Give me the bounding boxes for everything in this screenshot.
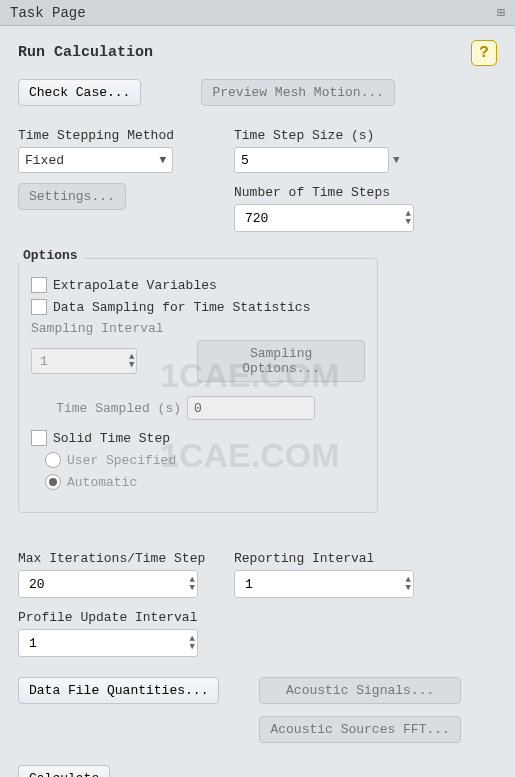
spinner-arrows-icon[interactable]: ▲▼ bbox=[406, 576, 411, 592]
profile-update-interval-input[interactable] bbox=[27, 635, 190, 652]
checkbox-icon bbox=[31, 299, 47, 315]
reporting-interval-spinner[interactable]: ▲▼ bbox=[234, 570, 414, 598]
automatic-radio: Automatic bbox=[45, 474, 365, 490]
time-stepping-method-label: Time Stepping Method bbox=[18, 128, 208, 143]
chevron-down-icon[interactable]: ▼ bbox=[393, 154, 400, 166]
number-of-time-steps-label: Number of Time Steps bbox=[234, 185, 444, 200]
spinner-arrows-icon[interactable]: ▲▼ bbox=[190, 576, 195, 592]
solid-time-step-checkbox[interactable]: Solid Time Step bbox=[31, 430, 365, 446]
time-step-size-label: Time Step Size (s) bbox=[234, 128, 444, 143]
time-sampled-label: Time Sampled (s) bbox=[31, 401, 181, 416]
checkbox-icon bbox=[31, 277, 47, 293]
acoustic-sources-fft-button: Acoustic Sources FFT... bbox=[259, 716, 460, 743]
spinner-arrows-icon: ▲▼ bbox=[129, 353, 134, 369]
user-specified-radio: User Specified bbox=[45, 452, 365, 468]
number-of-time-steps-input[interactable] bbox=[243, 210, 406, 227]
calculate-button[interactable]: Calculate bbox=[18, 765, 110, 777]
profile-update-interval-label: Profile Update Interval bbox=[18, 610, 208, 625]
check-case-button[interactable]: Check Case... bbox=[18, 79, 141, 106]
profile-update-interval-spinner[interactable]: ▲▼ bbox=[18, 629, 198, 657]
sampling-options-button: Sampling Options... bbox=[197, 340, 365, 382]
max-iterations-label: Max Iterations/Time Step bbox=[18, 551, 208, 566]
max-iterations-input[interactable] bbox=[27, 576, 190, 593]
max-iterations-spinner[interactable]: ▲▼ bbox=[18, 570, 198, 598]
options-group: Options Extrapolate Variables Data Sampl… bbox=[18, 258, 378, 513]
data-sampling-checkbox[interactable]: Data Sampling for Time Statistics bbox=[31, 299, 365, 315]
window-title: Task Page bbox=[10, 5, 86, 21]
options-title: Options bbox=[17, 248, 84, 263]
extrapolate-variables-checkbox[interactable]: Extrapolate Variables bbox=[31, 277, 365, 293]
time-step-size-input[interactable] bbox=[234, 147, 389, 173]
spinner-arrows-icon[interactable]: ▲▼ bbox=[406, 210, 411, 226]
time-stepping-method-select[interactable]: Fixed ▼ bbox=[18, 147, 173, 173]
sampling-interval-label: Sampling Interval bbox=[31, 321, 365, 336]
help-icon[interactable]: ? bbox=[471, 40, 497, 66]
checkbox-icon bbox=[31, 430, 47, 446]
acoustic-signals-button: Acoustic Signals... bbox=[259, 677, 460, 704]
title-bar-icon: ⊞ bbox=[497, 4, 505, 21]
radio-icon bbox=[45, 474, 61, 490]
data-file-quantities-button[interactable]: Data File Quantities... bbox=[18, 677, 219, 704]
preview-mesh-motion-button: Preview Mesh Motion... bbox=[201, 79, 395, 106]
reporting-interval-label: Reporting Interval bbox=[234, 551, 444, 566]
task-page: Run Calculation ? Check Case... Preview … bbox=[0, 26, 515, 777]
time-sampled-field bbox=[187, 396, 315, 420]
number-of-time-steps-spinner[interactable]: ▲▼ bbox=[234, 204, 414, 232]
sampling-interval-spinner: 1 ▲▼ bbox=[31, 348, 137, 374]
reporting-interval-input[interactable] bbox=[243, 576, 406, 593]
radio-icon bbox=[45, 452, 61, 468]
title-bar: Task Page ⊞ bbox=[0, 0, 515, 26]
spinner-arrows-icon[interactable]: ▲▼ bbox=[190, 635, 195, 651]
chevron-down-icon: ▼ bbox=[159, 154, 166, 166]
time-stepping-settings-button: Settings... bbox=[18, 183, 126, 210]
page-title: Run Calculation bbox=[18, 44, 501, 61]
